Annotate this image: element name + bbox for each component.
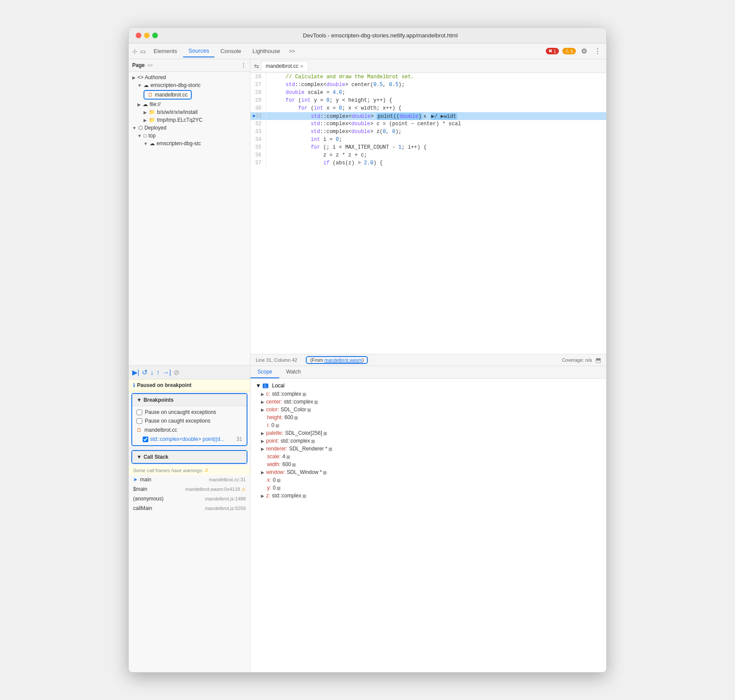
code-line[interactable]: 34 int i = 0; bbox=[251, 136, 606, 143]
callstack-entry[interactable]: (anonymous)mandelbrot.js:1488 bbox=[129, 494, 250, 503]
scope-var-item[interactable]: ▶z: std::complex▦ bbox=[254, 492, 603, 500]
coverage-label: Coverage: n/a bbox=[562, 357, 592, 363]
pause-uncaught-item[interactable]: Pause on uncaught exceptions bbox=[132, 408, 247, 417]
pause-caught-checkbox[interactable] bbox=[137, 418, 142, 424]
tab-lighthouse[interactable]: Lighthouse bbox=[247, 45, 286, 57]
tree-emscripten-deployed[interactable]: ▼ ☁ emscripten-dbg-stc bbox=[129, 140, 250, 147]
code-line[interactable]: 37 if (abs(z) > 2.0) { bbox=[251, 159, 606, 167]
var-name: palette: bbox=[266, 430, 283, 436]
more-options-icon[interactable]: ⋮ bbox=[592, 45, 603, 57]
callstack-arrow-icon: ➤ bbox=[133, 477, 137, 483]
code-line[interactable]: 27 std::complex<double> center(0.5, 0.5)… bbox=[251, 81, 606, 89]
callstack-entry[interactable]: ➤mainmandelbrot.cc:31 bbox=[129, 475, 250, 484]
scope-vars: ▶c: std::complex▦▶center: std::complex▦▶… bbox=[254, 390, 603, 500]
minimize-button[interactable] bbox=[144, 33, 150, 38]
breakpoints-header[interactable]: ▼ Breakpoints bbox=[132, 394, 247, 406]
tree-file[interactable]: ▶ ☁ file:// bbox=[129, 100, 250, 108]
scope-var-item[interactable]: ▶palette: SDL_Color[256]▦ bbox=[254, 429, 603, 437]
code-line[interactable]: 29 for (int y = 0; y < height; y++) { bbox=[251, 97, 606, 104]
device-icon[interactable]: ▭ bbox=[140, 48, 146, 55]
scope-var-item[interactable]: width: 600▦ bbox=[254, 460, 603, 468]
line-number: 29 bbox=[251, 97, 266, 103]
expand-triangle: ▶ bbox=[261, 400, 264, 404]
editor-tab-mandelbrot[interactable]: mandelbrot.cc ✕ bbox=[261, 61, 308, 71]
error-badge[interactable]: ✖ 1 bbox=[546, 48, 559, 54]
file-label: file:// bbox=[150, 101, 160, 107]
step-out-icon[interactable]: ↑ bbox=[156, 369, 160, 377]
from-link[interactable]: mandelbrot.wasm bbox=[324, 357, 362, 363]
step-into-icon[interactable]: ↓ bbox=[150, 369, 154, 377]
tree-mandelbrot-cc[interactable]: 🗋 mandelbrot.cc bbox=[129, 89, 250, 100]
tab-elements[interactable]: Elements bbox=[148, 45, 182, 57]
expand-triangle: ▶ bbox=[261, 493, 264, 498]
mandelbrot-cc-label: mandelbrot.cc bbox=[155, 92, 187, 98]
from-badge: (From mandelbrot.wasm) bbox=[306, 356, 368, 364]
line-number: 35 bbox=[251, 144, 266, 150]
warning-badge[interactable]: ⚠ 5 bbox=[562, 48, 576, 54]
deployed-icon: ⬡ bbox=[138, 125, 143, 131]
callstack-entry[interactable]: callMainmandelbrot.js:9256 bbox=[129, 503, 250, 513]
tab-scope[interactable]: Scope bbox=[251, 366, 279, 378]
code-line[interactable]: 33 std::complex<double> z(0, 0); bbox=[251, 128, 606, 136]
scope-var-item[interactable]: i: 0▦ bbox=[254, 421, 603, 429]
step-over-icon[interactable]: ↺ bbox=[142, 368, 147, 377]
pause-caught-item[interactable]: Pause on caught exceptions bbox=[132, 417, 247, 425]
code-editor[interactable]: 26 // Calculate and draw the Mandelbrot … bbox=[251, 73, 606, 354]
tree-authored[interactable]: ▶ <> Authored bbox=[129, 73, 250, 81]
code-line[interactable]: 28 double scale = 4.0; bbox=[251, 89, 606, 97]
scope-var-item[interactable]: ▶center: std::complex▦ bbox=[254, 398, 603, 406]
code-line[interactable]: 36 z = z * z + c; bbox=[251, 151, 606, 159]
pause-uncaught-checkbox[interactable] bbox=[137, 410, 142, 415]
pause-uncaught-label: Pause on uncaught exceptions bbox=[145, 409, 216, 415]
scope-var-item[interactable]: ▶c: std::complex▦ bbox=[254, 390, 603, 398]
code-line[interactable]: 32 std::complex<double> c = (point − cen… bbox=[251, 120, 606, 128]
var-value: std::complex▦ bbox=[284, 399, 318, 405]
callstack-fn-name: callMain bbox=[133, 505, 152, 511]
tree-tmp[interactable]: ▶ 📁 tmp/tmp.ELcTq2YC bbox=[129, 116, 250, 124]
scope-var-item[interactable]: ▶renderer: SDL_Renderer *▦ bbox=[254, 445, 603, 453]
close-button[interactable] bbox=[136, 33, 141, 38]
panel-options-icon[interactable]: ⋮ bbox=[241, 62, 247, 69]
step-icon[interactable]: →| bbox=[162, 369, 171, 377]
line-code: std::complex<double> point((double)x ▶/ … bbox=[267, 113, 458, 120]
tree-install[interactable]: ▶ 📁 b/s/w/ir/x/w/install bbox=[129, 108, 250, 116]
scope-local-header[interactable]: ▼ L Local bbox=[254, 381, 603, 390]
tab-more[interactable]: >> bbox=[286, 47, 297, 56]
tab-sources[interactable]: Sources bbox=[183, 45, 214, 57]
var-name: color: bbox=[266, 407, 279, 413]
scope-var-item[interactable]: height: 600▦ bbox=[254, 413, 603, 421]
wasm-icon: ▦ bbox=[323, 431, 327, 436]
scope-var-item[interactable]: scale: 4▦ bbox=[254, 453, 603, 460]
error-icon: ✖ bbox=[548, 48, 552, 54]
maximize-button[interactable] bbox=[152, 33, 158, 38]
code-line[interactable]: 30 for (int x = 0; x < width; x++) { bbox=[251, 104, 606, 112]
local-label: Local bbox=[272, 383, 284, 389]
tab-console[interactable]: Console bbox=[215, 45, 247, 57]
editor-tab-close[interactable]: ✕ bbox=[300, 64, 304, 69]
code-line[interactable]: 26 // Calculate and draw the Mandelbrot … bbox=[251, 73, 606, 81]
resume-icon[interactable]: ▶| bbox=[132, 368, 139, 377]
callstack-header[interactable]: ▼ Call Stack bbox=[132, 451, 247, 463]
scope-var-item[interactable]: x: 0▦ bbox=[254, 476, 603, 484]
scope-var-item[interactable]: ▶window: SDL_Window *▦ bbox=[254, 468, 603, 476]
bp-file[interactable]: 🗋 mandelbrot.cc bbox=[132, 425, 247, 435]
scope-var-item[interactable]: ▶color: SDL_Color▦ bbox=[254, 406, 603, 413]
callstack-entry[interactable]: $mainmandelbrot.wasm:0x4118 ⚠ bbox=[129, 484, 250, 494]
var-value: 0▦ bbox=[271, 422, 279, 428]
var-name: x: bbox=[267, 477, 271, 483]
settings-icon[interactable]: ⚙ bbox=[579, 45, 589, 57]
var-value: std::complex▦ bbox=[281, 438, 314, 444]
scope-var-item[interactable]: y: 0▦ bbox=[254, 484, 603, 492]
wasm-icon: ▦ bbox=[277, 486, 281, 490]
tab-watch[interactable]: Watch bbox=[279, 366, 308, 378]
bp-entry[interactable]: std::complex<double> point((d... 31 bbox=[132, 435, 247, 443]
tree-emscripten-authored[interactable]: ▼ ☁ emscripten-dbg-storic bbox=[129, 81, 250, 89]
bp-entry-checkbox[interactable] bbox=[143, 437, 148, 442]
tree-top[interactable]: ▼ □ top bbox=[129, 132, 250, 140]
code-line[interactable]: 35 for (; i < MAX_ITER_COUNT - 1; i++) { bbox=[251, 143, 606, 151]
scope-var-item[interactable]: ▶point: std::complex▦ bbox=[254, 437, 603, 445]
panel-more-arrow[interactable]: >> bbox=[147, 63, 153, 68]
deactivate-icon[interactable]: ⊘ bbox=[174, 368, 179, 377]
tree-deployed[interactable]: ▼ ⬡ Deployed bbox=[129, 124, 250, 132]
code-line[interactable]: ●31 std::complex<double> point((double)x… bbox=[251, 112, 606, 120]
